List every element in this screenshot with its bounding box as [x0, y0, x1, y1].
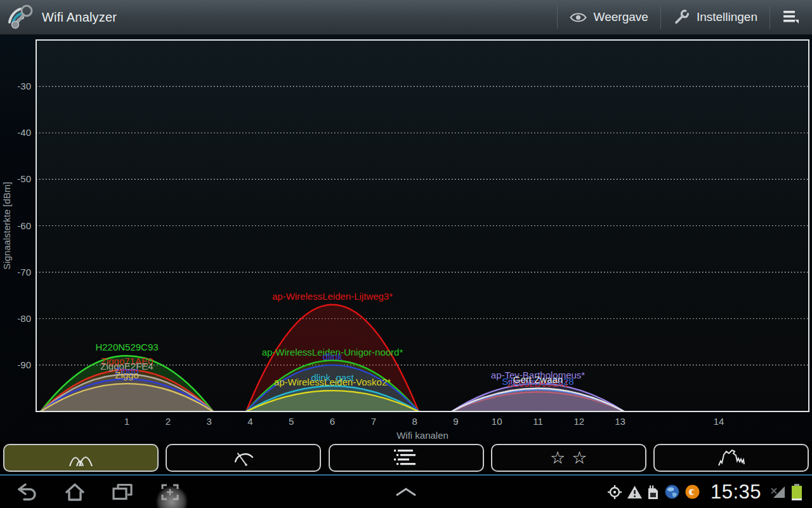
svg-text:3: 3 — [206, 416, 211, 427]
svg-text:13: 13 — [615, 416, 625, 427]
chevron-up-icon — [391, 487, 421, 497]
ssid-label: ap-WirelessLeiden-Lijtweg3* — [272, 291, 393, 302]
statusbar-expand-button[interactable] — [388, 476, 424, 508]
ssid-label: Ziggo — [115, 370, 139, 380]
sd-card-icon — [647, 485, 660, 500]
back-button[interactable] — [16, 481, 39, 504]
svg-text:10: 10 — [492, 416, 502, 427]
channel-graph-view: -30-40-50-60-70-80-901234567891011121314… — [0, 35, 812, 441]
time-graph-icon — [716, 448, 747, 468]
channel-graph-tab[interactable] — [3, 444, 159, 472]
view-switch-toolbar: ☆☆ — [0, 441, 812, 474]
view-action-button[interactable]: Weergave — [558, 0, 660, 34]
settings-action-label: Instellingen — [697, 10, 757, 24]
eye-icon — [570, 11, 587, 23]
svg-text:-60: -60 — [17, 220, 31, 231]
svg-text:-90: -90 — [17, 359, 31, 370]
svg-text:Wifi kanalen: Wifi kanalen — [396, 430, 449, 441]
signal-x-icon — [770, 486, 785, 498]
time-graph-tab[interactable] — [653, 444, 809, 472]
svg-text:4: 4 — [247, 416, 252, 427]
svg-text:1: 1 — [124, 416, 129, 427]
svg-text:6: 6 — [330, 416, 335, 427]
system-navigation-bar: 15:35 — [0, 476, 812, 508]
recents-icon — [112, 483, 133, 502]
svg-text:-40: -40 — [17, 127, 31, 138]
recents-button[interactable] — [111, 481, 134, 504]
battery-icon — [790, 483, 804, 502]
warning-icon — [627, 485, 643, 499]
home-icon — [65, 483, 85, 502]
svg-text:-70: -70 — [17, 267, 31, 277]
back-icon — [16, 483, 38, 502]
ssid-label: dlink — [323, 351, 343, 362]
ssid-label: H220N529C93 — [95, 342, 158, 352]
signal-meter-tab[interactable] — [166, 444, 321, 472]
svg-text:11: 11 — [533, 416, 543, 427]
ssid-label: ap-WirelessLeiden-Vosko2* — [274, 377, 391, 387]
clock: 15:35 — [710, 481, 761, 504]
svg-text:5: 5 — [289, 416, 294, 427]
ap-list-tab[interactable] — [329, 444, 484, 472]
wrench-icon — [673, 9, 690, 25]
location-icon — [607, 485, 622, 500]
list-icon — [393, 448, 419, 468]
svg-text:9: 9 — [453, 416, 458, 427]
app-bar: Wifi Analyzer Weergave Instellingen — [0, 0, 812, 35]
home-button[interactable] — [63, 481, 86, 504]
svg-text:-80: -80 — [17, 313, 31, 324]
ssid-label: Gert Zwaan — [513, 374, 563, 385]
overflow-menu-button[interactable] — [770, 0, 812, 34]
overflow-menu-icon — [783, 10, 799, 24]
svg-text:Signaalsterkte [dBm]: Signaalsterkte [dBm] — [1, 182, 12, 269]
settings-action-button[interactable]: Instellingen — [661, 0, 769, 34]
svg-text:2: 2 — [166, 416, 171, 427]
svg-text:12: 12 — [573, 416, 584, 427]
svg-text:8: 8 — [412, 416, 417, 427]
view-action-label: Weergave — [594, 10, 648, 24]
svg-text:14: 14 — [714, 416, 724, 427]
channel-rating-tab[interactable]: ☆☆ — [491, 444, 646, 472]
svg-text:-50: -50 — [17, 173, 31, 184]
stars-icon: ☆☆ — [544, 450, 593, 467]
screenshot-icon — [160, 483, 180, 502]
svg-text:7: 7 — [371, 416, 376, 427]
gauge-icon — [230, 448, 257, 468]
updater-icon — [684, 484, 700, 500]
browser-icon — [664, 484, 680, 500]
page-title: Wifi Analyzer — [42, 10, 117, 25]
system-tray[interactable]: 15:35 — [607, 481, 812, 504]
svg-text:-30: -30 — [17, 81, 31, 91]
app-logo-wifi-magnifier-icon — [5, 3, 34, 32]
channel-graph-svg: -30-40-50-60-70-80-901234567891011121314… — [0, 35, 812, 441]
screenshot-button[interactable] — [159, 481, 181, 504]
channel-graph-icon — [68, 448, 95, 468]
